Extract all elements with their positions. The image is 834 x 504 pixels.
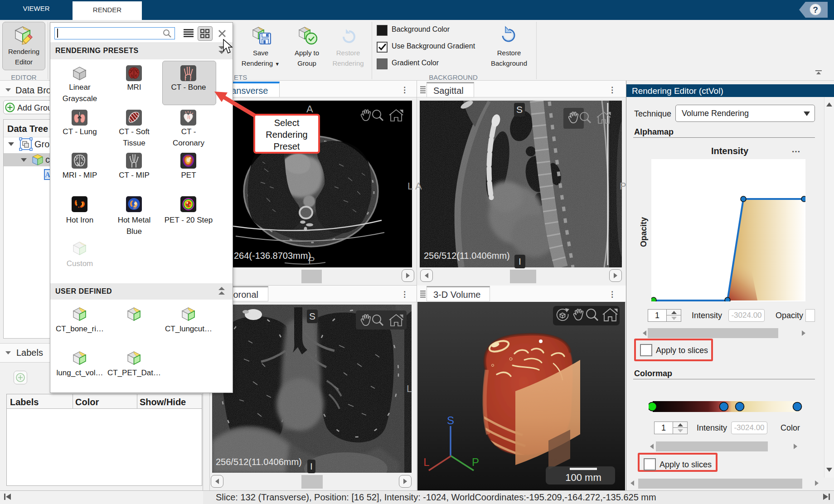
svg-text:L: L [423,456,429,468]
svg-text:P: P [472,456,479,468]
svg-text:100 mm: 100 mm [565,472,601,483]
svg-text:S: S [447,414,454,426]
svg-text:?: ? [813,5,818,15]
